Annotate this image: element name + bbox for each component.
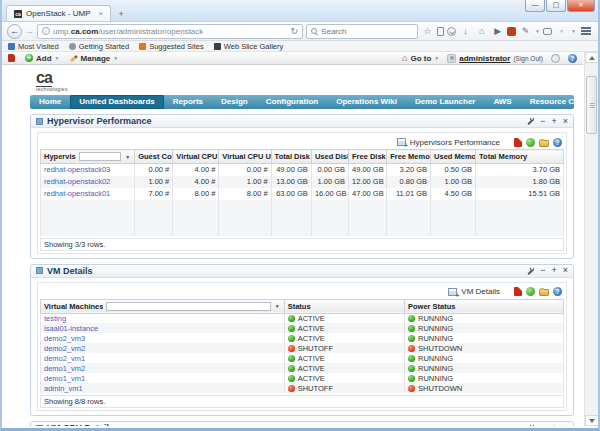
wrench-icon[interactable]: [526, 117, 534, 125]
vm-name-link[interactable]: demo1_vm1: [41, 373, 285, 383]
vm-name-link[interactable]: demo2_vm1: [41, 353, 285, 363]
nav-tab-home[interactable]: Home: [30, 95, 70, 109]
filter-dropdown-icon[interactable]: ▼: [124, 154, 131, 160]
add-menu[interactable]: + Add ▼: [25, 54, 60, 63]
scroll-down-button[interactable]: [585, 415, 599, 426]
tab-openstack-ump[interactable]: ca OpenStack - UMP ×: [6, 5, 111, 21]
report-help-icon[interactable]: ?: [553, 287, 562, 296]
column-header[interactable]: Free Memory: [387, 150, 431, 164]
column-header[interactable]: Virtual Machines ▼: [41, 299, 285, 313]
scroll-up-button[interactable]: [585, 52, 599, 63]
table-row[interactable]: demo1_vm2 ACTIVE RUNNING: [41, 363, 564, 373]
nav-tab-design[interactable]: Design: [212, 95, 257, 109]
table-row[interactable]: demo2_vm2 SHUTOFF SHUTDOWN: [41, 343, 564, 353]
maximize-button[interactable]: ▢: [546, 0, 566, 12]
new-tab-button[interactable]: +: [113, 9, 129, 21]
nav-tab-configuration[interactable]: Configuration: [257, 95, 327, 109]
wrench-icon[interactable]: [526, 267, 534, 275]
goto-menu[interactable]: ⌂ Go to ▼: [402, 53, 439, 63]
maximize-panel-icon[interactable]: +: [551, 424, 556, 427]
table-row[interactable]: isaal01-instance ACTIVE RUNNING: [41, 323, 564, 333]
vm-name-link[interactable]: testing: [41, 313, 285, 323]
column-header[interactable]: Power Status: [404, 299, 563, 313]
column-header[interactable]: Guest Count: [135, 150, 173, 164]
sign-out-link[interactable]: (Sign Out): [513, 55, 543, 62]
share-icon[interactable]: ▶: [491, 26, 504, 36]
export-csv-icon[interactable]: [526, 287, 535, 296]
column-header[interactable]: Virtual CPU Count: [173, 150, 219, 164]
vertical-scrollbar[interactable]: [584, 52, 598, 426]
filter-input[interactable]: [79, 152, 121, 161]
table-row[interactable]: demo2_vm1 ACTIVE RUNNING: [41, 353, 564, 363]
addon-icon[interactable]: [507, 27, 516, 36]
tools-icon[interactable]: ✎: [519, 26, 532, 36]
close-button[interactable]: ✕: [567, 0, 595, 12]
forward-button[interactable]: →: [25, 26, 34, 36]
tools-caret-icon[interactable]: ▼: [535, 28, 540, 34]
close-panel-icon[interactable]: ×: [563, 266, 568, 275]
table-row[interactable]: admin_vm1 SHUTOFF SHUTDOWN: [41, 383, 564, 393]
maximize-panel-icon[interactable]: +: [551, 117, 556, 126]
profile-caret-icon[interactable]: ▼: [571, 28, 576, 34]
table-row[interactable]: demo1_vm1 ACTIVE RUNNING: [41, 373, 564, 383]
column-header[interactable]: Status: [284, 299, 404, 313]
hypervisor-domain-link[interactable]: redhat-openstack01: [41, 188, 135, 200]
profile-icon[interactable]: ◦: [555, 26, 568, 36]
dockbar-pin-icon[interactable]: [8, 54, 15, 62]
table-row[interactable]: redhat-openstack03 0.00 # 4.00 # 0.00 # …: [41, 164, 564, 176]
site-identity-icon[interactable]: i: [42, 27, 50, 35]
copy-icon[interactable]: [539, 140, 549, 147]
user-name[interactable]: administrator: [459, 54, 510, 63]
minimize-panel-icon[interactable]: −: [540, 117, 545, 126]
user-menu[interactable]: administrator (Sign Out): [447, 54, 543, 63]
search-input[interactable]: [321, 27, 401, 36]
nav-tab-reports[interactable]: Reports: [164, 95, 212, 109]
bookmark-getting-started[interactable]: Getting Started: [69, 42, 129, 51]
export-pdf-icon[interactable]: [514, 287, 522, 296]
export-pdf-icon[interactable]: [514, 138, 522, 147]
scrollbar-thumb[interactable]: [586, 76, 597, 134]
hypervisor-domain-link[interactable]: redhat-openstack03: [41, 164, 135, 176]
nav-tab-unified-dashboards[interactable]: Unified Dashboards: [70, 95, 164, 109]
help-icon[interactable]: ?: [568, 54, 577, 63]
minimize-panel-icon[interactable]: −: [540, 424, 545, 427]
vm-name-link[interactable]: demo1_vm2: [41, 363, 285, 373]
close-panel-icon[interactable]: ×: [563, 424, 568, 427]
downloads-icon[interactable]: ↓: [459, 26, 472, 36]
chat-icon[interactable]: [543, 28, 552, 35]
column-header[interactable]: Used Disk: [311, 150, 348, 164]
bookmark-web-slice-gallery[interactable]: Web Slice Gallery: [214, 42, 283, 51]
column-header[interactable]: Used Memory: [431, 150, 476, 164]
report-help-icon[interactable]: ?: [553, 138, 562, 147]
wrench-icon[interactable]: [526, 424, 534, 426]
filter-dropdown-icon[interactable]: ▼: [274, 303, 281, 309]
minimize-panel-icon[interactable]: −: [540, 266, 545, 275]
vm-name-link[interactable]: demo2_vm3: [41, 333, 285, 343]
column-header[interactable]: Hypervisors domain ▼: [41, 150, 135, 164]
tab-close-icon[interactable]: ×: [98, 9, 103, 18]
column-header[interactable]: Virtual CPU Used Co: [219, 150, 271, 164]
hypervisor-domain-link[interactable]: redhat-openstack02: [41, 176, 135, 188]
table-row[interactable]: testing ACTIVE RUNNING: [41, 313, 564, 323]
copy-icon[interactable]: [539, 289, 549, 296]
reload-button[interactable]: ↻: [291, 26, 299, 36]
url-bar[interactable]: i ump.ca.com/user/administrator/openstac…: [37, 24, 303, 39]
clipboard-icon[interactable]: [437, 27, 444, 36]
vm-name-link[interactable]: demo2_vm2: [41, 343, 285, 353]
table-row[interactable]: demo2_vm3 ACTIVE RUNNING: [41, 333, 564, 343]
nav-tab-aws[interactable]: AWS: [484, 95, 520, 109]
column-header[interactable]: Free Disk: [349, 150, 387, 164]
minimize-button[interactable]: —: [525, 0, 545, 12]
search-box[interactable]: [306, 24, 418, 39]
nav-tab-operations-wiki[interactable]: Operations Wiki: [327, 95, 406, 109]
column-header[interactable]: Total Disk: [271, 150, 311, 164]
column-header[interactable]: Total Memory: [476, 150, 564, 164]
vm-name-link[interactable]: isaal01-instance: [41, 323, 285, 333]
nav-tab-resource-consumption[interactable]: Resource Consumption: [521, 95, 574, 109]
bookmark-suggested-sites[interactable]: Suggested Sites: [139, 42, 204, 51]
settings-icon[interactable]: [551, 54, 560, 63]
close-panel-icon[interactable]: ×: [563, 117, 568, 126]
manage-menu[interactable]: Manage ▼: [70, 54, 119, 63]
nav-tab-demo-launcher[interactable]: Demo Launcher: [406, 95, 484, 109]
back-button[interactable]: ←: [7, 24, 22, 39]
